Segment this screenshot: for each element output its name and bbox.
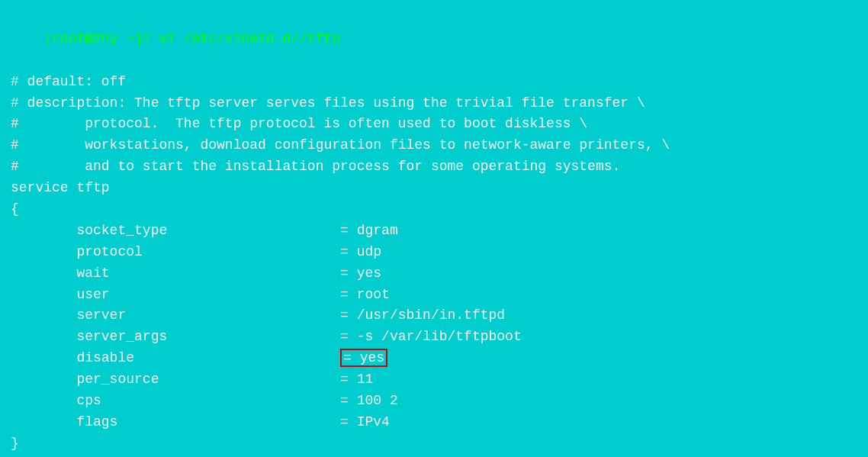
terminal-line: server = /usr/sbin/in.tftpd <box>11 305 857 327</box>
terminal-line: { <box>11 199 857 220</box>
terminal-line: disable = yes <box>11 348 857 369</box>
terminal-line: socket_type = dgram <box>11 220 857 242</box>
line-prefix: disable <box>11 350 340 365</box>
prompt: [root@zhy ~]# vi /etc/xinetd.d//tftp <box>43 31 340 47</box>
highlighted-value: = yes <box>340 349 387 367</box>
terminal-line: wait = yes <box>11 263 857 285</box>
terminal-window: [root@zhy ~]# vi /etc/xinetd.d//tftp # d… <box>0 0 868 457</box>
terminal-line: per_source = 11 <box>11 369 857 391</box>
terminal-line: user = root <box>11 285 857 306</box>
content-lines: # default: off# description: The tftp se… <box>11 72 857 455</box>
terminal-line: # and to start the installation process … <box>11 156 857 178</box>
terminal-line: cps = 100 2 <box>11 391 857 412</box>
terminal-line: # workstations, download configuration f… <box>11 135 857 156</box>
terminal-line: } <box>11 433 857 455</box>
terminal-line: service tftp <box>11 178 857 199</box>
terminal-line: # description: The tftp server serves fi… <box>11 93 857 114</box>
terminal-line: flags = IPv4 <box>11 412 857 433</box>
terminal-line: protocol = udp <box>11 242 857 263</box>
prompt-line: [root@zhy ~]# vi /etc/xinetd.d//tftp <box>11 8 857 72</box>
terminal-line: # protocol. The tftp protocol is often u… <box>11 114 857 135</box>
terminal-line: server_args = -s /var/lib/tftpboot <box>11 327 857 348</box>
terminal-line: # default: off <box>11 72 857 93</box>
